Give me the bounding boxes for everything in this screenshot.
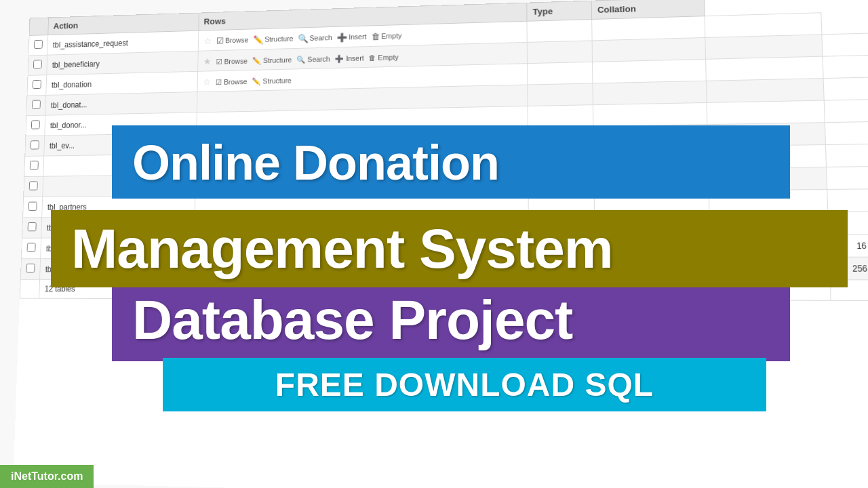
collation-value	[707, 100, 825, 125]
insert-btn[interactable]: ➕ Insert	[337, 32, 367, 43]
type-value: InnoDB	[595, 258, 711, 280]
rows-value: 0	[529, 235, 595, 258]
structure-btn[interactable]: ✏️ Structure	[249, 244, 289, 253]
row-checkbox[interactable]	[31, 140, 39, 149]
size-value: 16 KiB	[829, 234, 868, 257]
search-btn[interactable]: 🔍 Search	[296, 55, 330, 64]
drop-btn[interactable]: 🔴 Drop	[403, 266, 431, 274]
rows-value: 0	[529, 258, 595, 280]
collation-value: latin1_swedish_ci	[711, 257, 830, 280]
collation-value: latin1_swedish_ci	[710, 235, 829, 258]
rows-value	[527, 20, 592, 43]
table-name-label: tbl_donat...	[51, 100, 87, 109]
row-checkbox[interactable]	[33, 60, 42, 68]
insert-btn[interactable]: ➕ Insert	[335, 54, 364, 63]
table-name-label: tbl_partners	[47, 202, 87, 211]
browse-btn[interactable]: ☑ Browse	[216, 35, 249, 45]
row-checkbox[interactable]	[26, 264, 35, 272]
row-checkbox[interactable]	[33, 80, 41, 89]
table-name-label: tbl_user	[46, 244, 73, 253]
empty-btn[interactable]: 🗑 Empty	[368, 244, 398, 252]
star-icon: ☆	[199, 264, 208, 274]
table-name-label: tbl_donation	[52, 79, 92, 89]
empty-btn[interactable]: 🗑 Empty	[372, 30, 402, 41]
rows-value	[527, 41, 592, 64]
star-icon: ☆	[203, 76, 211, 86]
search-btn[interactable]: 🔍 Search	[298, 33, 332, 43]
structure-btn[interactable]: ✏️ Structure	[252, 76, 292, 85]
table-row: tbl_user ☆ ☑ Browse ✏️ Structure 🔍 Searc…	[21, 234, 868, 258]
table-count-label: 12 tables	[39, 279, 193, 298]
row-checkbox[interactable]	[29, 181, 38, 190]
footer-row: 12 tables Sum	[20, 279, 868, 300]
browse-btn[interactable]: ☑ Browse	[212, 245, 245, 253]
search-btn[interactable]: 🔍 Search	[294, 244, 329, 253]
row-checkbox[interactable]	[31, 120, 40, 129]
rows-value	[528, 62, 593, 85]
row-checkbox[interactable]	[27, 243, 36, 251]
browse-btn[interactable]: ☑ Browse	[216, 77, 248, 86]
row-checkbox[interactable]	[28, 222, 37, 231]
type-value	[593, 102, 707, 126]
row-checkbox[interactable]	[32, 100, 41, 109]
structure-btn[interactable]: ✏️ Structure	[252, 56, 292, 65]
type-value	[593, 81, 707, 104]
drop-btn[interactable]: 🔴 Drop	[403, 244, 431, 253]
collation-value	[705, 35, 823, 59]
table-name-label: tbl_ev...	[50, 141, 75, 150]
row-checkbox[interactable]	[28, 202, 37, 211]
collation-value	[705, 13, 821, 38]
star-icon: ☆	[199, 243, 208, 253]
star-icon: ☆	[203, 35, 212, 45]
rows-value	[528, 83, 593, 106]
browse-btn[interactable]: ☑ Browse	[212, 266, 244, 274]
collation-value	[707, 79, 824, 103]
row-checkbox[interactable]	[30, 161, 39, 169]
table-row: tbl_volunteer ☆ ☑ Browse ✏️ Structure 🔍 …	[20, 257, 868, 280]
table-name-label: tbl_services_c...	[47, 223, 100, 232]
search-btn[interactable]: 🔍 Search	[294, 266, 328, 274]
row-checkbox[interactable]	[34, 40, 43, 49]
rows-value	[528, 105, 593, 127]
size-value: 256 KiB	[829, 257, 868, 280]
type-value	[592, 37, 706, 62]
header-type-col: Type	[527, 1, 592, 21]
table-name-label: tbl_beneficiary	[52, 59, 100, 69]
table-name-label: tbl_donor...	[50, 120, 87, 129]
table-name-label: tbl_assistance_request	[53, 39, 128, 49]
type-value	[592, 16, 706, 41]
insert-btn[interactable]: ➕ Insert	[333, 244, 363, 253]
structure-btn[interactable]: ✏️ Structure	[249, 266, 290, 274]
star-icon: ★	[203, 56, 211, 66]
collation-value	[706, 56, 823, 81]
empty-btn[interactable]: 🗑 Empty	[368, 266, 398, 274]
empty-btn[interactable]: 🗑 Empty	[369, 53, 399, 62]
insert-btn[interactable]: ➕ Insert	[333, 266, 363, 274]
background-table: Action Rows Type Collation tbl_assistanc…	[13, 0, 868, 488]
sum-label: Sum	[193, 279, 529, 300]
type-value: InnoDB	[595, 235, 711, 258]
browse-btn[interactable]: ☑ Browse	[216, 57, 248, 66]
table-name-label: tbl_volunteer	[45, 264, 88, 274]
type-value	[592, 59, 706, 83]
header-checkbox-col	[29, 18, 49, 36]
structure-btn[interactable]: ✏️ Structure	[253, 34, 293, 45]
